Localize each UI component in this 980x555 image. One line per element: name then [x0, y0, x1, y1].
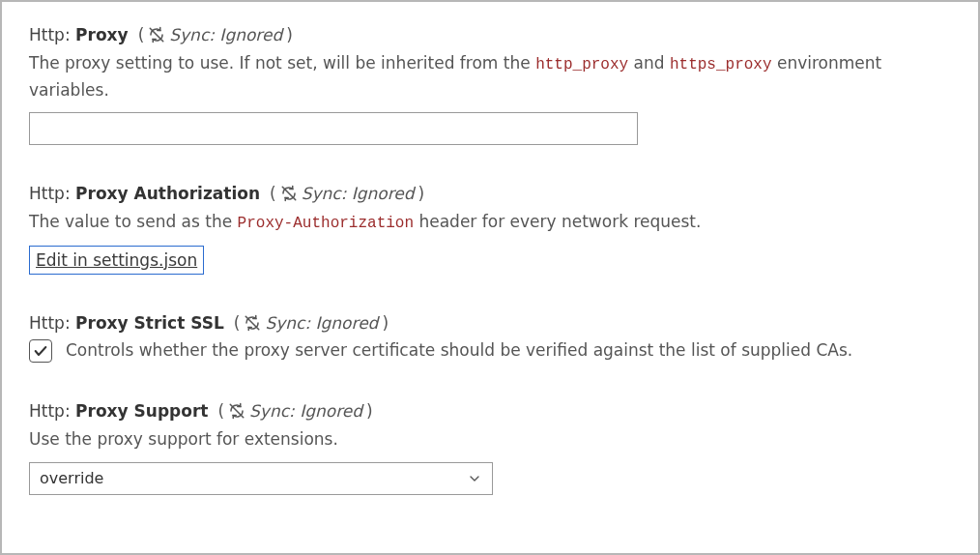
- sync-ignored-badge: ( Sync: Ignored ): [270, 184, 424, 203]
- setting-description: The value to send as the Proxy-Authoriza…: [29, 209, 951, 236]
- check-icon: [33, 343, 48, 359]
- select-value: override: [40, 469, 103, 487]
- sync-ignored-badge: ( Sync: Ignored ): [217, 401, 372, 421]
- checkbox-row: Controls whether the proxy server certif…: [29, 338, 951, 364]
- sync-ignored-icon: [244, 314, 261, 332]
- setting-http-proxy-strict-ssl: Http: Proxy Strict SSL ( Sync: Ignored ): [29, 313, 951, 364]
- settings-panel: Http: Proxy ( Sync: Ignored ) The proxy …: [0, 0, 980, 555]
- sync-ignored-label: Sync: Ignored: [249, 401, 362, 421]
- svg-line-1: [282, 187, 296, 200]
- svg-line-3: [230, 405, 244, 419]
- code-proxy-authorization: Proxy-Authorization: [238, 215, 414, 232]
- proxy-strict-ssl-checkbox[interactable]: [29, 339, 52, 363]
- code-https-proxy: https_proxy: [670, 56, 772, 73]
- sync-ignored-icon: [228, 402, 245, 420]
- setting-category: Http:: [29, 313, 71, 333]
- setting-description: Controls whether the proxy server certif…: [66, 338, 852, 364]
- setting-description: The proxy setting to use. If not set, wi…: [29, 50, 951, 102]
- code-http-proxy: http_proxy: [535, 56, 628, 73]
- sync-ignored-badge: ( Sync: Ignored ): [138, 25, 293, 44]
- setting-category: Http:: [29, 401, 71, 421]
- setting-name: Proxy: [75, 25, 129, 44]
- sync-ignored-label: Sync: Ignored: [265, 313, 378, 333]
- setting-title: Http: Proxy Support ( Sync: Ignored ): [29, 401, 951, 421]
- title-text: Http: Proxy Strict SSL: [29, 313, 224, 333]
- sync-ignored-badge: ( Sync: Ignored ): [234, 313, 389, 333]
- setting-title: Http: Proxy ( Sync: Ignored ): [29, 25, 951, 44]
- chevron-down-icon: [467, 471, 482, 486]
- setting-http-proxy-support: Http: Proxy Support ( Sync: Ignored ) Us…: [29, 401, 951, 494]
- sync-ignored-icon: [280, 185, 298, 202]
- sync-ignored-icon: [148, 26, 165, 44]
- setting-title: Http: Proxy Authorization ( Sync: Ignore…: [29, 184, 951, 203]
- title-text: Http: Proxy: [29, 25, 129, 44]
- setting-name: Proxy Support: [75, 401, 208, 421]
- svg-line-0: [151, 28, 164, 42]
- setting-title: Http: Proxy Strict SSL ( Sync: Ignored ): [29, 313, 951, 333]
- setting-category: Http:: [29, 184, 71, 203]
- svg-line-2: [246, 316, 260, 330]
- setting-category: Http:: [29, 25, 71, 44]
- title-text: Http: Proxy Support: [29, 401, 208, 421]
- proxy-input[interactable]: [29, 112, 638, 145]
- setting-http-proxy: Http: Proxy ( Sync: Ignored ) The proxy …: [29, 25, 951, 145]
- setting-http-proxy-authorization: Http: Proxy Authorization ( Sync: Ignore…: [29, 184, 951, 275]
- edit-in-settings-json-link[interactable]: Edit in settings.json: [29, 246, 204, 275]
- title-text: Http: Proxy Authorization: [29, 184, 260, 203]
- setting-name: Proxy Authorization: [75, 184, 260, 203]
- sync-ignored-label: Sync: Ignored: [302, 184, 415, 203]
- sync-ignored-label: Sync: Ignored: [169, 25, 282, 44]
- setting-description: Use the proxy support for extensions.: [29, 426, 951, 452]
- proxy-support-select[interactable]: override: [29, 462, 493, 495]
- setting-name: Proxy Strict SSL: [75, 313, 224, 333]
